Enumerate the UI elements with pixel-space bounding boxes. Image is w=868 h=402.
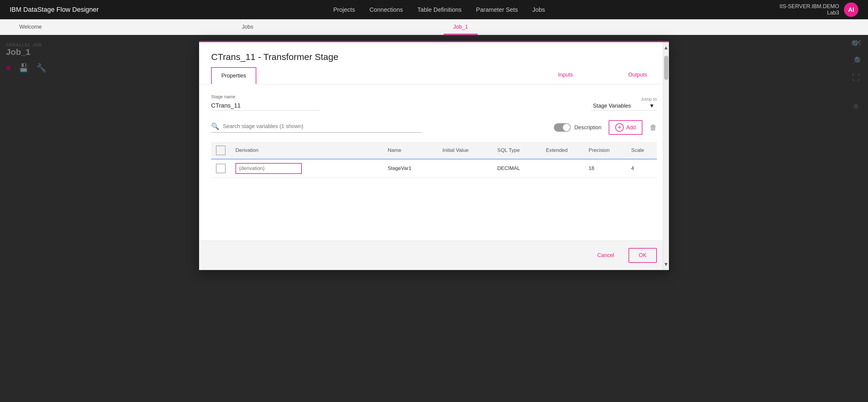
header-derivation: Derivation [231, 142, 383, 159]
search-input[interactable] [223, 123, 422, 130]
sql-type-cell: DECIMAL [492, 159, 541, 178]
precision-cell: 18 [584, 159, 626, 178]
header-checkbox-box[interactable] [216, 146, 225, 155]
server-info: IIS-SERVER.IBM.DEMO Lab3 [779, 3, 839, 16]
plus-circle-icon: + [615, 123, 624, 132]
header-scale: Scale [626, 142, 657, 159]
header-extended: Extended [541, 142, 584, 159]
scroll-up-icon[interactable]: ▲ [661, 42, 671, 53]
tab-welcome[interactable]: Welcome [10, 20, 52, 35]
row-checkbox[interactable] [216, 164, 225, 173]
user-avatar[interactable]: AI [844, 2, 858, 17]
jump-to-label: Jump to [641, 96, 657, 102]
description-label: Description [575, 124, 601, 131]
derivation-cell [231, 159, 383, 178]
modal-header: CTrans_11 - Transformer Stage [199, 42, 669, 62]
modal-dialog: CTrans_11 - Transformer Stage Properties… [199, 41, 669, 270]
tab-inputs[interactable]: Inputs [549, 67, 583, 84]
table-row: StageVar1 DECIMAL 18 4 [211, 159, 657, 178]
nav-jobs[interactable]: Jobs [532, 6, 545, 13]
tab-outputs[interactable]: Outputs [619, 67, 657, 84]
header-precision: Precision [584, 142, 626, 159]
delete-icon[interactable]: 🗑 [650, 123, 657, 132]
nav-links: Projects Connections Table Definitions P… [113, 6, 765, 13]
modal-footer: Cancel OK [199, 240, 669, 270]
extended-cell [541, 159, 584, 178]
nav-connections[interactable]: Connections [370, 6, 403, 13]
name-cell: StageVar1 [383, 159, 438, 178]
top-navbar: IBM DataStage Flow Designer Projects Con… [0, 0, 868, 19]
search-section: 🔍 Description + Add [211, 120, 657, 135]
jump-to-select[interactable]: Stage Variables ▼ [591, 102, 657, 111]
tab-job1[interactable]: Job_1 [444, 20, 478, 35]
header-name: Name [383, 142, 438, 159]
toggle-thumb [563, 124, 570, 131]
modal-overlay: CTrans_11 - Transformer Stage Properties… [0, 35, 868, 402]
modal-title: CTrans_11 - Transformer Stage [211, 52, 657, 62]
stage-name-input[interactable] [211, 101, 319, 111]
modal-tabs: Properties Inputs Outputs [199, 67, 669, 84]
nav-parameter-sets[interactable]: Parameter Sets [476, 6, 518, 13]
scrollbar-thumb[interactable] [664, 56, 668, 80]
modal-scrollbar: ▲ ▼ [663, 42, 669, 270]
stage-name-label: Stage name [211, 94, 657, 99]
ok-button[interactable]: OK [628, 248, 657, 263]
add-button[interactable]: + Add [609, 120, 643, 135]
description-toggle: Description [554, 123, 601, 132]
cancel-button[interactable]: Cancel [590, 248, 621, 263]
row-checkbox-cell [211, 159, 231, 178]
canvas-area: PARALLEL JOB Job_1 ■ 💾 🔧 ✕ 🔍 🔎 ⛶ ≡ CTran… [0, 35, 868, 402]
stage-variables-table: Derivation Name Initial Value SQL Type E… [211, 142, 657, 178]
search-bar: 🔍 [211, 123, 422, 133]
tab-bar: Welcome Jobs Job_1 [0, 19, 868, 35]
tab-jobs[interactable]: Jobs [232, 20, 263, 35]
chevron-down-icon: ▼ [649, 103, 654, 109]
tab-properties[interactable]: Properties [211, 67, 256, 84]
jump-to-section: Jump to Stage Variables ▼ [591, 96, 657, 111]
nav-table-definitions[interactable]: Table Definitions [417, 6, 462, 13]
scale-cell: 4 [626, 159, 657, 178]
stage-name-group: Stage name [211, 94, 657, 111]
search-icon: 🔍 [211, 123, 219, 131]
app-brand: IBM DataStage Flow Designer [10, 6, 99, 13]
derivation-input[interactable] [236, 163, 302, 174]
header-sql-type: SQL Type [492, 142, 541, 159]
nav-projects[interactable]: Projects [333, 6, 355, 13]
scroll-down-icon[interactable]: ▼ [661, 259, 671, 270]
table-header-row: Derivation Name Initial Value SQL Type E… [211, 142, 657, 159]
modal-body: Stage name Jump to Stage Variables ▼ 🔍 [199, 84, 669, 240]
search-right-controls: Description + Add 🗑 [554, 120, 657, 135]
topnav-right: IIS-SERVER.IBM.DEMO Lab3 AI [779, 2, 858, 17]
initial-value-cell [438, 159, 492, 178]
description-toggle-switch[interactable] [554, 123, 571, 132]
header-checkbox [211, 142, 231, 159]
header-initial-value: Initial Value [438, 142, 492, 159]
